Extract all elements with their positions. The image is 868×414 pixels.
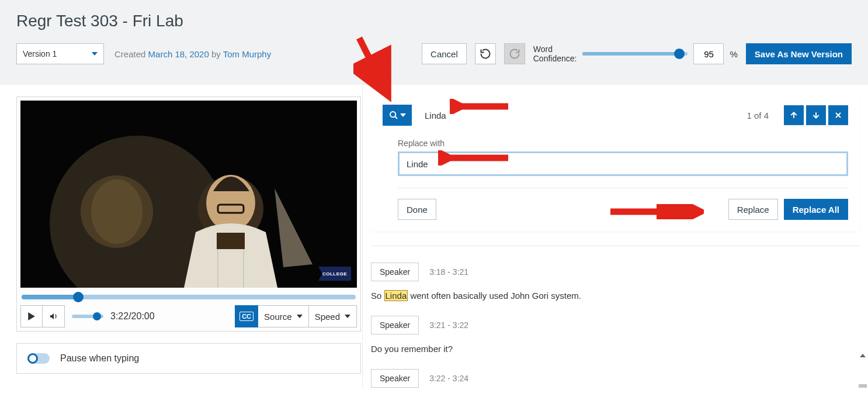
done-button[interactable]: Done — [398, 199, 436, 220]
search-mode-button[interactable] — [383, 105, 412, 126]
volume-button[interactable] — [43, 305, 65, 327]
video-still-placeholder — [20, 101, 357, 288]
close-icon — [834, 111, 843, 120]
svg-rect-7 — [217, 233, 245, 249]
scroll-thumb[interactable] — [859, 384, 867, 388]
speed-select[interactable]: Speed — [309, 305, 357, 327]
video-frame[interactable]: COLLEGE — [20, 101, 357, 288]
prev-match-button[interactable] — [784, 105, 804, 125]
play-button[interactable] — [20, 305, 43, 327]
page-title: Regr Test 303 - Fri Lab — [16, 12, 852, 30]
confidence-slider[interactable] — [582, 52, 688, 56]
svg-point-8 — [390, 112, 395, 117]
timecode: 3:22/20:00 — [110, 311, 155, 322]
search-icon — [389, 111, 398, 120]
time-range: 3:22 - 3:24 — [429, 374, 468, 383]
speaker-chip[interactable]: Speaker — [371, 369, 419, 388]
search-count: 1 of 4 — [747, 111, 769, 120]
time-range: 3:18 - 3:21 — [429, 267, 468, 277]
replace-all-button[interactable]: Replace All — [784, 199, 848, 220]
chevron-down-icon — [92, 52, 98, 56]
seek-bar[interactable] — [22, 295, 356, 299]
svg-point-3 — [91, 180, 143, 244]
word-confidence-label: Word Confidence: — [533, 44, 577, 63]
search-highlight: Linda — [384, 290, 408, 301]
percent-sign: % — [730, 49, 737, 59]
version-label: Version 1 — [23, 49, 57, 58]
arrow-up-icon — [789, 111, 798, 120]
cancel-button[interactable]: Cancel — [422, 43, 467, 64]
transcript: Speaker 3:18 - 3:21 So Linda went often … — [371, 263, 860, 388]
save-new-version-button[interactable]: Save As New Version — [746, 43, 852, 64]
transcript-line[interactable]: So Linda went often basically used John … — [371, 291, 860, 301]
pause-typing-label: Pause when typing — [60, 353, 139, 364]
chevron-down-icon — [345, 315, 350, 318]
svg-line-9 — [395, 116, 397, 119]
video-player: COLLEGE 3:22/20:00 CC Source — [16, 96, 361, 332]
speaker-chip[interactable]: Speaker — [371, 316, 419, 334]
version-select[interactable]: Version 1 — [16, 43, 104, 64]
confidence-input[interactable] — [693, 43, 724, 64]
redo-button — [504, 43, 525, 64]
chevron-down-icon — [400, 113, 406, 117]
scrollbar[interactable] — [857, 354, 868, 388]
volume-slider[interactable] — [72, 315, 103, 318]
source-select[interactable]: Source — [258, 305, 309, 327]
scroll-up-icon[interactable] — [860, 354, 866, 357]
created-meta: Created March 18, 2020 by Tom Murphy — [114, 49, 271, 59]
time-range: 3:21 - 3:22 — [429, 320, 468, 330]
college-flag-icon: COLLEGE — [318, 267, 351, 281]
replace-input[interactable] — [398, 151, 848, 176]
close-search-button[interactable] — [828, 105, 848, 125]
arrow-down-icon — [811, 111, 821, 120]
chevron-down-icon — [297, 315, 303, 318]
cc-button[interactable]: CC — [235, 305, 258, 327]
pause-typing-toggle[interactable] — [27, 353, 50, 364]
find-replace-panel: Linda 1 of 4 Replace with — [371, 95, 860, 232]
speaker-chip[interactable]: Speaker — [371, 263, 419, 281]
replace-with-label: Replace with — [398, 139, 848, 148]
replace-button[interactable]: Replace — [728, 199, 778, 220]
next-match-button[interactable] — [806, 105, 826, 125]
search-term[interactable]: Linda — [421, 111, 737, 120]
transcript-line[interactable]: Do you remember it? — [371, 344, 860, 354]
undo-button[interactable] — [475, 43, 496, 64]
